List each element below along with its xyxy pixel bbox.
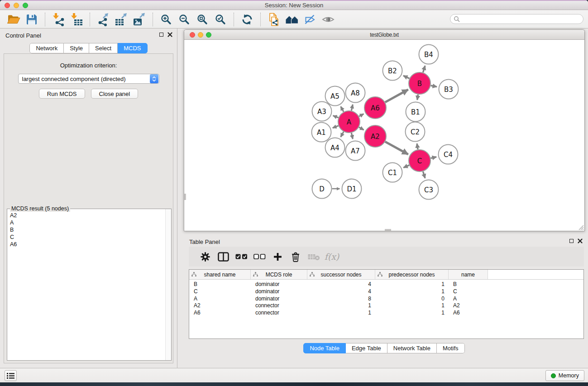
cell[interactable]: 4 (307, 281, 375, 288)
node-B3[interactable]: B3 (439, 80, 459, 99)
cell[interactable]: connector (251, 310, 307, 317)
cell[interactable]: A6 (449, 310, 488, 317)
tab-node-table[interactable]: Node Table (303, 343, 346, 353)
node-C4[interactable]: C4 (439, 145, 458, 164)
import-table-button[interactable] (67, 11, 86, 28)
node-C[interactable]: C (409, 150, 430, 172)
vertical-scroll-indicator[interactable] (184, 194, 186, 200)
table-row-a2[interactable]: A2connector11A2 (189, 302, 583, 310)
edge-A-A3[interactable] (333, 116, 339, 118)
cell[interactable]: B (449, 281, 488, 288)
edge-A-A1[interactable] (333, 126, 339, 128)
export-image-button[interactable] (130, 11, 148, 28)
result-item-a6[interactable]: A6 (10, 241, 162, 248)
first-neighbors-button[interactable] (283, 11, 301, 28)
search-box[interactable] (450, 14, 583, 24)
node-D[interactable]: D (312, 179, 332, 199)
edge-A-A4[interactable] (341, 132, 344, 137)
node-A8[interactable]: A8 (346, 83, 365, 103)
node-A7[interactable]: A7 (346, 141, 365, 161)
cell[interactable]: dominator (251, 295, 307, 303)
cell[interactable]: 1 (375, 281, 449, 288)
zoom-selected-button[interactable] (211, 11, 229, 28)
edge-C-C4[interactable] (430, 157, 436, 158)
app-titlebar[interactable]: Session: New Session (0, 0, 588, 10)
cell[interactable]: B (189, 281, 251, 288)
tab-select[interactable]: Select (89, 43, 118, 53)
tab-edge-table[interactable]: Edge Table (346, 343, 387, 353)
cell[interactable]: A (449, 295, 488, 303)
create-column-button[interactable] (268, 248, 287, 266)
network-close-button[interactable] (190, 32, 195, 38)
window-resize-grip[interactable] (578, 224, 584, 230)
cell[interactable]: connector (251, 302, 307, 310)
node-B2[interactable]: B2 (383, 61, 402, 81)
table-row-b[interactable]: Bdominator41B (189, 281, 583, 288)
close-panel-icon[interactable] (167, 32, 172, 37)
table-row-a6[interactable]: A6connector11A6 (189, 310, 583, 317)
run-mcds-button[interactable]: Run MCDS (39, 89, 85, 99)
node-C1[interactable]: C1 (383, 163, 402, 182)
result-scrollbar[interactable] (165, 209, 171, 360)
node-A6[interactable]: A6 (364, 97, 386, 119)
import-network-button[interactable] (49, 11, 67, 28)
delete-columns-button[interactable] (287, 248, 305, 266)
node-A1[interactable]: A1 (312, 123, 331, 142)
edge-B-B3[interactable] (431, 86, 437, 87)
table-options-button[interactable] (196, 248, 214, 266)
node-A[interactable]: A (338, 111, 360, 133)
cell[interactable]: dominator (251, 288, 307, 295)
cell[interactable]: A (189, 295, 251, 303)
edge-C-C3[interactable] (423, 172, 425, 178)
table-row-c[interactable]: Cdominator41C (189, 288, 583, 295)
cell[interactable]: A6 (189, 310, 251, 317)
column-header-successor-nodes[interactable]: successor nodes (307, 270, 375, 279)
unselect-all-columns-button[interactable] (250, 248, 268, 266)
node-D1[interactable]: D1 (342, 179, 362, 199)
network-window-titlebar[interactable]: testGlobe.txt (184, 30, 584, 40)
horizontal-scroll-indicator[interactable] (385, 229, 391, 231)
mcds-result-list[interactable]: A2ABCA6 (7, 210, 165, 360)
result-item-c[interactable]: C (10, 234, 162, 241)
tab-network-table[interactable]: Network Table (387, 343, 437, 353)
table-row-a[interactable]: Adominator80A (189, 295, 583, 303)
cell[interactable]: 1 (307, 302, 375, 310)
save-session-button[interactable] (23, 11, 41, 28)
new-network-from-selection-button[interactable] (265, 11, 283, 28)
node-A5[interactable]: A5 (325, 86, 345, 106)
network-zoom-button[interactable] (206, 32, 211, 38)
show-columns-button[interactable] (214, 248, 232, 266)
export-table-button[interactable] (112, 11, 130, 28)
column-header-name[interactable]: name (449, 270, 488, 279)
edge-A6-B[interactable] (385, 90, 408, 102)
result-item-a[interactable]: A (10, 219, 162, 226)
zoom-in-button[interactable] (157, 11, 175, 28)
memory-button[interactable]: Memory (545, 370, 584, 381)
node-A3[interactable]: A3 (312, 102, 332, 121)
task-history-button[interactable] (5, 370, 17, 381)
cell[interactable]: 4 (307, 288, 375, 295)
cell[interactable]: 8 (307, 295, 375, 303)
column-header-mcds-role[interactable]: MCDS role (251, 270, 307, 279)
node-C3[interactable]: C3 (419, 180, 439, 200)
export-network-button[interactable] (94, 11, 112, 28)
cell[interactable]: 1 (375, 310, 449, 317)
node-B1[interactable]: B1 (406, 102, 425, 122)
node-A2[interactable]: A2 (364, 125, 386, 147)
node-A4[interactable]: A4 (325, 138, 345, 157)
column-header-shared-name[interactable]: shared name (189, 270, 251, 279)
cell[interactable]: A2 (449, 302, 488, 310)
edge-B-B1[interactable] (417, 95, 418, 100)
edge-A-A2[interactable] (359, 127, 364, 130)
float-panel-icon[interactable] (159, 33, 163, 37)
tab-network[interactable]: Network (29, 43, 64, 53)
tab-mcds[interactable]: MCDS (118, 43, 147, 53)
cell[interactable]: 1 (307, 310, 375, 317)
cell[interactable]: C (189, 288, 251, 295)
node-B4[interactable]: B4 (419, 45, 439, 64)
network-canvas-area[interactable]: AA1A2A3A4A5A6A7A8BB1B2B3B4CC1C2C3C4DD1 (184, 40, 584, 231)
result-item-b[interactable]: B (10, 226, 162, 234)
float-table-panel-icon[interactable] (569, 239, 574, 243)
minimize-window-button[interactable] (14, 3, 19, 8)
cell[interactable]: 1 (375, 288, 449, 295)
